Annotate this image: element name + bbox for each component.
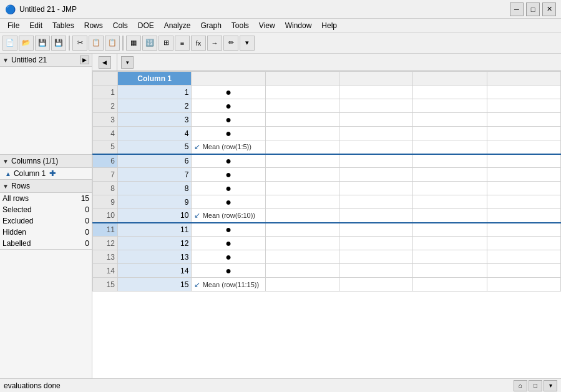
toolbar-copy[interactable]: 📋 bbox=[89, 36, 104, 51]
empty-cell bbox=[339, 127, 412, 140]
cell-data-15[interactable]: 15 bbox=[118, 278, 192, 292]
table-expand-icon[interactable]: ▶ bbox=[80, 56, 89, 64]
empty-cell bbox=[413, 99, 487, 113]
menu-tools[interactable]: Tools bbox=[227, 20, 254, 31]
empty-cell bbox=[265, 195, 339, 209]
toolbar-table[interactable]: ▦ bbox=[126, 36, 141, 51]
menu-graph[interactable]: Graph bbox=[195, 20, 226, 31]
cell-content-6: ● bbox=[192, 154, 265, 168]
cell-data-5[interactable]: 5 bbox=[118, 140, 192, 154]
add-column-button[interactable]: ✚ bbox=[49, 169, 56, 178]
cell-data-14[interactable]: 14 bbox=[118, 264, 192, 278]
toolbar-arrow[interactable]: → bbox=[207, 36, 222, 51]
menu-cols[interactable]: Cols bbox=[108, 20, 133, 31]
cell-data-11[interactable]: 11 bbox=[118, 223, 192, 237]
toolbar-new[interactable]: 📄 bbox=[2, 36, 17, 51]
rows-selected: Selected 0 bbox=[0, 204, 92, 215]
row-number-4: 4 bbox=[93, 127, 118, 140]
column-name[interactable]: Column 1 bbox=[14, 169, 46, 178]
window-title: Untitled 21 - JMP bbox=[19, 5, 77, 14]
cell-data-13[interactable]: 13 bbox=[118, 250, 192, 264]
row-number-13: 13 bbox=[93, 250, 118, 264]
toolbar: 📄 📂 💾 💾 ✂ 📋 📋 ▦ 🔢 ⊞ ≡ fx → ✏ ▾ bbox=[0, 32, 561, 54]
toolbar-pencil[interactable]: ✏ bbox=[223, 36, 238, 51]
col-dropdown-btn[interactable]: ▾ bbox=[121, 56, 134, 69]
toolbar-save2[interactable]: 💾 bbox=[51, 36, 66, 51]
menu-file[interactable]: File bbox=[2, 20, 24, 31]
empty-cell bbox=[265, 154, 339, 168]
empty-cell bbox=[339, 209, 412, 223]
column1-header[interactable]: Column 1 bbox=[118, 72, 192, 86]
menu-rows[interactable]: Rows bbox=[79, 20, 108, 31]
empty-cell bbox=[265, 250, 339, 264]
table-row: 1010↙ Mean (row(6:10)) bbox=[93, 209, 561, 223]
empty-cell bbox=[265, 237, 339, 250]
menu-window[interactable]: Window bbox=[280, 20, 317, 31]
toolbar-fx[interactable]: fx bbox=[191, 36, 206, 51]
status-window-btn[interactable]: □ bbox=[529, 380, 542, 391]
col-left-arrow[interactable]: ◀ bbox=[99, 56, 111, 69]
close-button[interactable]: ✕ bbox=[542, 2, 556, 16]
maximize-button[interactable]: □ bbox=[526, 2, 540, 16]
toolbar-save[interactable]: 💾 bbox=[35, 36, 50, 51]
empty-cell bbox=[487, 237, 560, 250]
toolbar-grid[interactable]: ⊞ bbox=[159, 36, 173, 51]
rows-collapse-arrow[interactable]: ▼ bbox=[2, 183, 9, 190]
cell-content-4: ● bbox=[192, 127, 265, 140]
status-dropdown-btn[interactable]: ▾ bbox=[544, 380, 557, 391]
toolbar-calc[interactable]: 🔢 bbox=[142, 36, 157, 51]
toolbar-cut[interactable]: ✂ bbox=[72, 36, 87, 51]
status-home-btn[interactable]: ⌂ bbox=[514, 380, 527, 391]
toolbar-paste[interactable]: 📋 bbox=[105, 36, 120, 51]
columns-section: ▼ Columns (1/1) ▲ Column 1 ✚ bbox=[0, 155, 92, 180]
menu-view[interactable]: View bbox=[254, 20, 280, 31]
cell-data-7[interactable]: 7 bbox=[118, 168, 192, 182]
rows-all-label: All rows bbox=[2, 194, 29, 203]
menu-edit[interactable]: Edit bbox=[24, 20, 47, 31]
empty-cell bbox=[339, 264, 412, 278]
cell-data-6[interactable]: 6 bbox=[118, 154, 192, 168]
cell-data-2[interactable]: 2 bbox=[118, 99, 192, 113]
cell-data-12[interactable]: 12 bbox=[118, 237, 192, 250]
empty-cell bbox=[487, 250, 560, 264]
empty-cell bbox=[413, 278, 487, 292]
empty-cell bbox=[265, 99, 339, 113]
cell-data-3[interactable]: 3 bbox=[118, 113, 192, 127]
empty-cell bbox=[413, 223, 487, 237]
cell-data-1[interactable]: 1 bbox=[118, 86, 192, 99]
empty-cell bbox=[265, 264, 339, 278]
menu-doe[interactable]: DOE bbox=[133, 20, 159, 31]
empty-cell bbox=[339, 237, 412, 250]
table-row: 1414● bbox=[93, 264, 561, 278]
col-nav-right: ▾ bbox=[117, 54, 137, 71]
toolbar-rows[interactable]: ≡ bbox=[175, 36, 190, 51]
empty-cell bbox=[413, 127, 487, 140]
table-row: 33● bbox=[93, 113, 561, 127]
columns-collapse-arrow[interactable]: ▼ bbox=[2, 158, 9, 165]
rows-hidden-value: 0 bbox=[85, 228, 89, 237]
left-panel: ▼ Untitled 21 ▶ ▼ Columns (1/1) ▲ Column… bbox=[0, 54, 92, 378]
empty-cell bbox=[265, 223, 339, 237]
table-row: 66● bbox=[93, 154, 561, 168]
cell-data-8[interactable]: 8 bbox=[118, 182, 192, 195]
empty-cell bbox=[413, 140, 487, 154]
empty-cell bbox=[339, 182, 412, 195]
menu-help[interactable]: Help bbox=[316, 20, 342, 31]
cell-data-10[interactable]: 10 bbox=[118, 209, 192, 223]
cell-content-15: ↙ Mean (row(11:15)) bbox=[192, 278, 265, 292]
cell-content-1: ● bbox=[192, 86, 265, 99]
toolbar-dropdown[interactable]: ▾ bbox=[240, 36, 255, 51]
cell-data-9[interactable]: 9 bbox=[118, 195, 192, 209]
menu-analyze[interactable]: Analyze bbox=[159, 20, 196, 31]
empty-cell bbox=[413, 168, 487, 182]
rows-all: All rows 15 bbox=[0, 193, 92, 204]
row-number-7: 7 bbox=[93, 168, 118, 182]
minimize-button[interactable]: ─ bbox=[510, 2, 524, 16]
cell-content-8: ● bbox=[192, 182, 265, 195]
empty-cell bbox=[339, 154, 412, 168]
menu-tables[interactable]: Tables bbox=[47, 20, 79, 31]
cell-data-4[interactable]: 4 bbox=[118, 127, 192, 140]
toolbar-open[interactable]: 📂 bbox=[19, 36, 34, 51]
table-collapse-arrow[interactable]: ▼ bbox=[2, 57, 9, 64]
empty-cell bbox=[413, 264, 487, 278]
